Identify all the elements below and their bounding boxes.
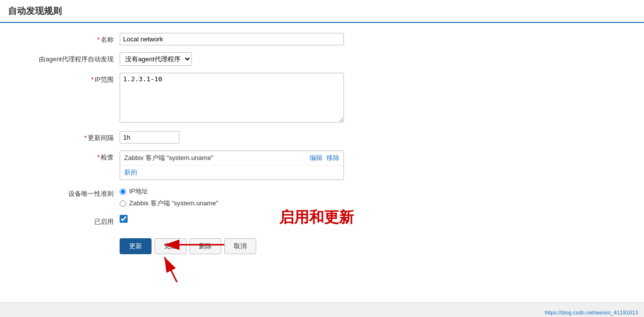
bottom-url: https://blog.csdn.net/weixin_41191813 [545,310,638,316]
check-item-row: Zabbix 客户端 "system.uname" 编辑 移除 [120,151,343,165]
interval-required: * [84,134,87,142]
uniqueness-row: 设备唯一性准则 IP地址 Zabbix 客户端 "system.uname" [0,187,644,208]
interval-row: *更新间隔 [0,131,644,144]
delete-button[interactable]: 删除 [189,238,221,254]
agent-select[interactable]: 没有agent代理程序 [120,52,192,66]
radio-agent-item: Zabbix 客户端 "system.uname" [120,199,344,208]
radio-ip-label[interactable]: IP地址 [129,187,148,196]
ip-label: *IP范围 [10,73,120,84]
agent-select-container: 没有agent代理程序 [120,52,344,66]
update-button[interactable]: 更新 [120,238,152,254]
check-table: Zabbix 客户端 "system.uname" 编辑 移除 新的 [120,151,344,180]
check-item-text: Zabbix 客户端 "system.uname" [124,154,310,162]
name-input[interactable] [120,33,344,45]
cancel-button[interactable]: 取消 [224,238,256,254]
radio-group: IP地址 Zabbix 客户端 "system.uname" [120,187,344,208]
uniqueness-label: 设备唯一性准则 [10,187,120,198]
checks-required: * [97,154,100,161]
check-edit-link[interactable]: 编辑 [310,154,322,162]
check-new-link[interactable]: 新的 [120,165,343,179]
name-label: *名称 [10,33,120,44]
name-required: * [97,36,100,43]
enabled-row: 已启用 [0,215,644,226]
svg-line-3 [164,257,177,282]
bottom-bar: https://blog.csdn.net/weixin_41191813 [0,302,644,317]
enabled-label: 已启用 [10,215,120,226]
enabled-checkbox[interactable] [120,215,128,223]
agent-label: 由agent代理程序自动发现 [10,52,120,64]
button-row: 更新 克隆 删除 取消 [110,233,644,259]
checks-container: Zabbix 客户端 "system.uname" 编辑 移除 新的 [120,151,344,180]
radio-agent-label[interactable]: Zabbix 客户端 "system.uname" [129,199,218,208]
ip-required: * [91,76,94,83]
checks-row: *检查 Zabbix 客户端 "system.uname" 编辑 移除 新的 [0,151,644,180]
ip-field-container: 1.2.3.1-10 [120,73,344,124]
checks-label: *检查 [10,151,120,162]
radio-ip[interactable] [120,188,126,195]
interval-field-container [120,131,344,144]
enabled-checkbox-container [120,215,128,223]
radio-ip-item: IP地址 [120,187,344,196]
check-links: 编辑 移除 [310,154,339,162]
check-remove-link[interactable]: 移除 [326,154,339,162]
clone-button[interactable]: 克隆 [155,238,186,254]
ip-row: *IP范围 1.2.3.1-10 [0,73,644,124]
interval-input[interactable] [120,131,179,144]
ip-textarea[interactable]: 1.2.3.1-10 [120,73,344,123]
name-field-container [120,33,344,45]
agent-row: 由agent代理程序自动发现 没有agent代理程序 [0,52,644,66]
interval-label: *更新间隔 [10,131,120,143]
radio-agent[interactable] [120,200,126,207]
page-title: 自动发现规则 [0,0,644,23]
name-row: *名称 [0,33,644,45]
uniqueness-container: IP地址 Zabbix 客户端 "system.uname" [120,187,344,208]
